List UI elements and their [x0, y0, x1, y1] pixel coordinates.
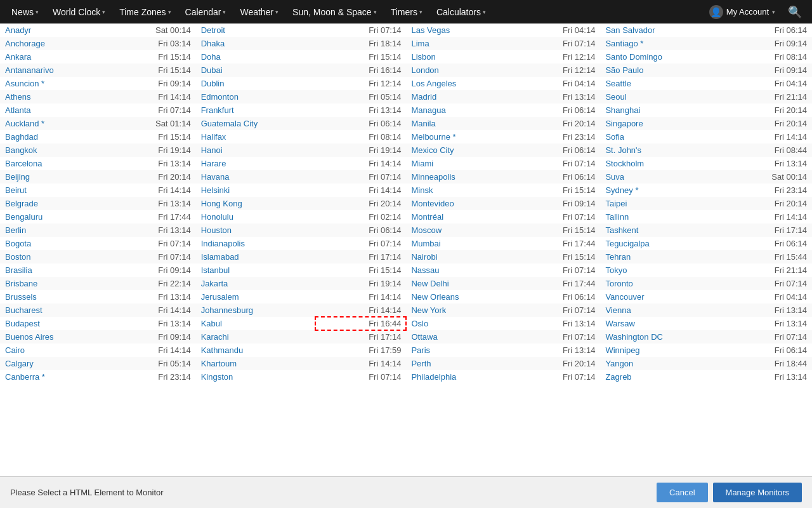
city-link-col1[interactable]: Athens: [5, 92, 30, 102]
city-col1[interactable]: Budapest: [0, 317, 105, 330]
city-link-col3[interactable]: Nassau: [411, 265, 439, 275]
city-link-col2[interactable]: Hong Kong: [201, 199, 242, 208]
city-col2[interactable]: Harare: [196, 157, 316, 170]
city-link-col2[interactable]: Houston: [201, 225, 232, 235]
city-link-col4[interactable]: Washington DC: [605, 332, 663, 342]
city-link-col2[interactable]: Guatemala City: [201, 119, 258, 128]
city-col4[interactable]: São Paulo: [600, 64, 721, 77]
city-link-col3[interactable]: Mexico City: [411, 145, 454, 155]
city-col1[interactable]: Anadyr: [0, 23, 105, 37]
city-link-col2[interactable]: Khartoum: [201, 359, 237, 368]
city-link-col3[interactable]: Madrid: [411, 92, 436, 102]
city-link-col4[interactable]: Warsaw: [605, 319, 634, 328]
nav-sun-moon-space[interactable]: Sun, Moon & Space ▾: [286, 0, 383, 23]
nav-time-zones[interactable]: Time Zones ▾: [113, 0, 177, 23]
city-col3[interactable]: Melbourne *: [406, 130, 509, 144]
nav-timers[interactable]: Timers ▾: [384, 0, 429, 23]
city-link-col3[interactable]: Paris: [411, 345, 430, 355]
city-col1[interactable]: Bucharest: [0, 304, 105, 317]
city-col4[interactable]: Yangon: [600, 357, 721, 370]
city-link-col1[interactable]: Ankara: [5, 52, 31, 62]
city-col4[interactable]: Zagreb: [600, 370, 721, 384]
nav-account[interactable]: 👤 My Account ▾: [703, 5, 782, 19]
search-button[interactable]: 🔍: [783, 5, 807, 19]
city-col3[interactable]: New Delhi: [406, 277, 509, 290]
city-col2[interactable]: Kingston: [196, 370, 316, 384]
city-link-col4[interactable]: Tokyo: [605, 265, 627, 275]
city-col3[interactable]: Oslo: [406, 317, 509, 330]
city-link-col4[interactable]: Tegucigalpa: [605, 239, 649, 248]
city-col1[interactable]: Barcelona: [0, 157, 105, 170]
city-col1[interactable]: Ankara: [0, 50, 105, 64]
city-link-col4[interactable]: Zagreb: [605, 372, 631, 382]
city-col1[interactable]: Bangkok: [0, 144, 105, 157]
city-link-col4[interactable]: Tallinn: [605, 212, 629, 222]
city-link-col2[interactable]: Doha: [201, 52, 221, 62]
city-link-col1[interactable]: Brisbane: [5, 279, 37, 288]
city-link-col3[interactable]: New Orleans: [411, 292, 459, 302]
city-col4[interactable]: Tokyo: [600, 264, 721, 277]
city-link-col4[interactable]: San Salvador: [605, 25, 655, 35]
city-link-col2[interactable]: Istanbul: [201, 265, 230, 275]
city-col1[interactable]: Antananarivo: [0, 64, 105, 77]
city-link-col2[interactable]: Dublin: [201, 79, 225, 88]
city-link-col2[interactable]: Johannesburg: [201, 305, 253, 315]
city-col4[interactable]: Sofia: [600, 130, 721, 144]
city-link-col1[interactable]: Bucharest: [5, 305, 43, 315]
city-link-col2[interactable]: Hanoi: [201, 145, 223, 155]
city-link-col1[interactable]: Calgary: [5, 359, 34, 368]
city-col2[interactable]: Detroit: [196, 23, 316, 37]
city-col1[interactable]: Athens: [0, 90, 105, 104]
city-link-col2[interactable]: Indianapolis: [201, 239, 245, 248]
city-link-col4[interactable]: Taipei: [605, 199, 627, 208]
city-link-col1[interactable]: Atlanta: [5, 105, 30, 115]
city-col3[interactable]: London: [406, 64, 509, 77]
city-link-col4[interactable]: Vienna: [605, 305, 631, 315]
nav-world-clock[interactable]: World Clock ▾: [46, 0, 112, 23]
city-link-col3[interactable]: Montevideo: [411, 199, 454, 208]
city-col3[interactable]: Lisbon: [406, 50, 509, 64]
city-col3[interactable]: Minsk: [406, 184, 509, 197]
city-col2[interactable]: Guatemala City: [196, 117, 316, 130]
city-link-col4[interactable]: Toronto: [605, 279, 632, 288]
city-link-col3[interactable]: Mumbai: [411, 239, 440, 248]
city-link-col2[interactable]: Helsinki: [201, 185, 230, 195]
city-link-col4[interactable]: Winnipeg: [605, 345, 639, 355]
city-col3[interactable]: Managua: [406, 104, 509, 117]
city-col2[interactable]: Istanbul: [196, 264, 316, 277]
city-col3[interactable]: Miami: [406, 157, 509, 170]
city-link-col1[interactable]: Brasilia: [5, 265, 32, 275]
city-col2[interactable]: Havana: [196, 170, 316, 184]
city-col4[interactable]: Sydney *: [600, 184, 721, 197]
city-col1[interactable]: Berlin: [0, 224, 105, 237]
city-col2[interactable]: Jerusalem: [196, 290, 316, 304]
city-col1[interactable]: Asuncion *: [0, 77, 105, 90]
city-link-col4[interactable]: Vancouver: [605, 292, 644, 302]
city-link-col3[interactable]: Oslo: [411, 319, 428, 328]
city-link-col4[interactable]: Tehran: [605, 252, 631, 262]
city-col2[interactable]: Honolulu: [196, 210, 316, 224]
city-col2[interactable]: Dubai: [196, 64, 316, 77]
city-col2[interactable]: Dhaka: [196, 37, 316, 50]
city-col3[interactable]: Nairobi: [406, 250, 509, 264]
city-col2[interactable]: Hanoi: [196, 144, 316, 157]
city-link-col3[interactable]: Managua: [411, 105, 445, 115]
city-link-col3[interactable]: Minneapolis: [411, 172, 455, 182]
city-link-col1[interactable]: Cairo: [5, 345, 25, 355]
city-link-col4[interactable]: Suva: [605, 172, 624, 182]
city-col2[interactable]: Karachi: [196, 330, 316, 344]
city-col1[interactable]: Buenos Aires: [0, 330, 105, 344]
city-col1[interactable]: Belgrade: [0, 197, 105, 210]
city-col1[interactable]: Atlanta: [0, 104, 105, 117]
city-link-col1[interactable]: Buenos Aires: [5, 332, 54, 342]
city-col2[interactable]: Kabul: [196, 317, 316, 330]
city-link-col2[interactable]: Havana: [201, 172, 230, 182]
city-link-col3[interactable]: Manila: [411, 119, 435, 128]
city-link-col3[interactable]: Lima: [411, 39, 429, 48]
city-link-col2[interactable]: Kingston: [201, 372, 233, 382]
city-col3[interactable]: New York: [406, 304, 509, 317]
city-link-col1[interactable]: Asuncion *: [5, 79, 44, 88]
city-col1[interactable]: Cairo: [0, 344, 105, 357]
city-col4[interactable]: Stockholm: [600, 157, 721, 170]
city-col3[interactable]: Madrid: [406, 90, 509, 104]
